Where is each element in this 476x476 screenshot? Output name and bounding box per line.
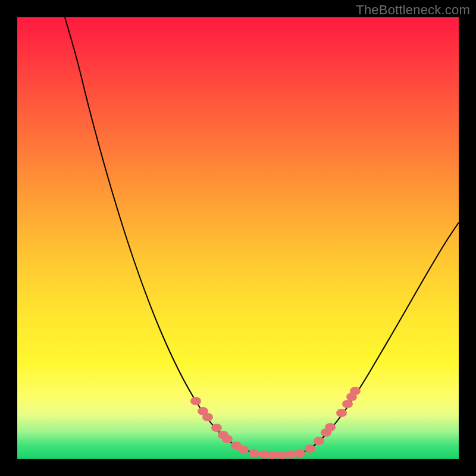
bottleneck-curve	[65, 17, 459, 456]
curve-marker	[238, 446, 249, 454]
curve-marker	[295, 449, 305, 458]
curve-marker	[314, 437, 324, 445]
curve-marker	[202, 413, 213, 421]
curve-marker	[350, 387, 361, 395]
curve-marker	[211, 424, 222, 432]
curve-marker	[305, 444, 315, 453]
curve-marker	[342, 400, 353, 408]
curve-marker	[249, 449, 259, 458]
curve-marker	[222, 435, 233, 443]
curve-marker	[286, 450, 296, 459]
curve-marker	[190, 397, 201, 405]
curve-marker	[325, 423, 336, 431]
chart-plot-area	[17, 17, 459, 459]
curve-marker	[336, 409, 347, 417]
watermark-text: TheBottleneck.com	[356, 2, 470, 18]
chart-svg	[17, 17, 459, 459]
